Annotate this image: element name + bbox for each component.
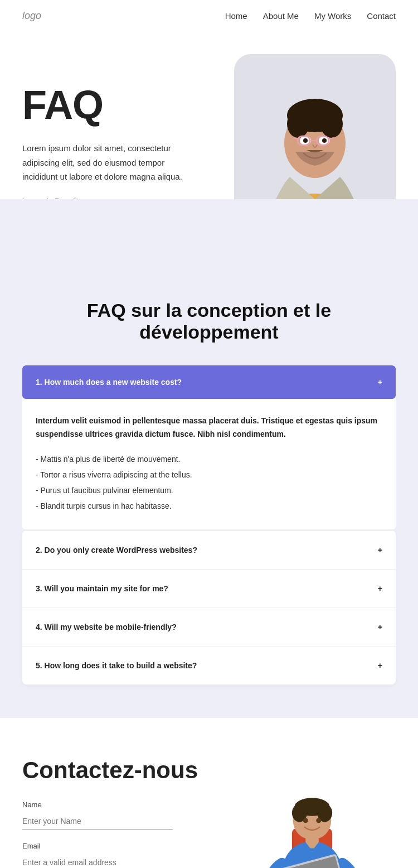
nav-about[interactable]: About Me	[263, 11, 299, 21]
faq-question-1: 1. How much does a new website cost?	[36, 378, 182, 387]
nav-contact[interactable]: Contact	[367, 11, 396, 21]
faq-card-closed: 2. Do you only create WordPress websites…	[22, 531, 396, 684]
faq-section: FAQ sur la conception et le développemen…	[0, 266, 418, 718]
contact-section: Contactez-nous Name Email SOUMETTRE Imag…	[0, 718, 418, 868]
faq-toggle-5: +	[378, 661, 382, 670]
svg-point-28	[303, 818, 308, 823]
name-label: Name	[22, 801, 212, 809]
faq-body-1: Interdum velit euismod in pellentesque m…	[22, 399, 396, 529]
email-form-group: Email	[22, 842, 212, 868]
faq-bullet-1-3: Purus ut faucibus pulvinar elementum.	[36, 483, 382, 498]
faq-item-4[interactable]: 4. Will my website be mobile-friendly? +	[22, 607, 396, 646]
faq-bullet-1-4: Blandit turpis cursus in hac habitasse.	[36, 498, 382, 514]
contact-person-svg	[234, 763, 390, 868]
logo: logo	[22, 10, 41, 22]
faq-answer-bold-1: Interdum velit euismod in pellentesque m…	[36, 414, 382, 441]
faq-toggle-2: +	[378, 546, 382, 554]
navbar: logo Home About Me My Works Contact	[0, 0, 418, 32]
email-label: Email	[22, 842, 212, 850]
faq-question-2: 2. Do you only create WordPress websites…	[36, 546, 197, 554]
hero-text: FAQ Lorem ipsum dolor sit amet, consecte…	[22, 65, 234, 219]
contact-illustration	[229, 757, 396, 868]
hero-section: FAQ Lorem ipsum dolor sit amet, consecte…	[0, 32, 418, 266]
faq-item-2[interactable]: 2. Do you only create WordPress websites…	[22, 531, 396, 569]
hero-bg-strip	[0, 199, 418, 266]
faq-question-3: 3. Will you maintain my site for me?	[36, 584, 168, 593]
faq-toggle-1: +	[378, 378, 382, 386]
faq-bullet-1-1: Mattis n'a plus de liberté de mouvement.	[36, 451, 382, 467]
faq-list: 1. How much does a new website cost? + I…	[22, 365, 396, 684]
svg-point-17	[322, 138, 327, 143]
faq-toggle-3: +	[378, 584, 382, 593]
faq-heading: FAQ sur la conception et le développemen…	[22, 300, 396, 343]
name-input[interactable]	[22, 813, 173, 830]
svg-point-29	[316, 818, 321, 823]
nav-home[interactable]: Home	[225, 11, 247, 21]
faq-item-3[interactable]: 3. Will you maintain my site for me? +	[22, 569, 396, 607]
faq-toggle-4: +	[378, 623, 382, 631]
contact-heading: Contactez-nous	[22, 757, 212, 784]
faq-question-5: 5. How long does it take to build a webs…	[36, 661, 197, 670]
hero-title: FAQ	[22, 82, 234, 128]
faq-bullet-1-2: Tortor a risus viverra adipiscing at the…	[36, 467, 382, 483]
faq-question-4: 4. Will my website be mobile-friendly?	[36, 623, 177, 631]
faq-bullets-1: Mattis n'a plus de liberté de mouvement.…	[36, 451, 382, 514]
nav-works[interactable]: My Works	[314, 11, 351, 21]
nav-links: Home About Me My Works Contact	[225, 11, 396, 21]
svg-point-16	[303, 138, 308, 143]
faq-item-5[interactable]: 5. How long does it take to build a webs…	[22, 646, 396, 684]
name-form-group: Name	[22, 801, 212, 830]
faq-header-1[interactable]: 1. How much does a new website cost? +	[22, 365, 396, 399]
email-input[interactable]	[22, 855, 173, 868]
svg-point-8	[288, 100, 342, 125]
faq-item-1: 1. How much does a new website cost? + I…	[22, 365, 396, 529]
hero-description: Lorem ipsum dolor sit amet, consectetur …	[22, 141, 201, 184]
contact-left: Contactez-nous Name Email SOUMETTRE Imag…	[22, 757, 212, 868]
